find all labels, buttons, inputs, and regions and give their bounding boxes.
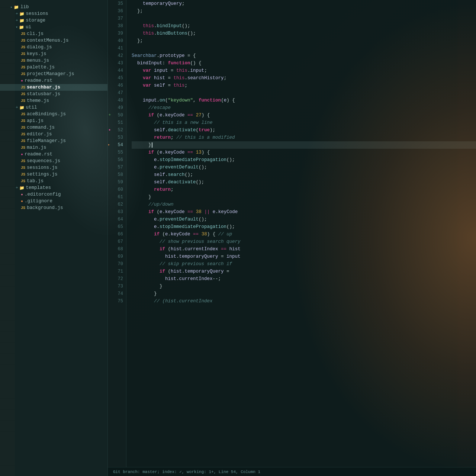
line-num-49: 49 xyxy=(108,104,123,112)
modified-dot-icon: ● xyxy=(21,79,23,83)
sidebar-item-label: ui xyxy=(26,25,31,30)
sidebar-item-palette[interactable]: JS palette.js xyxy=(0,64,107,71)
line-num-41: 41 xyxy=(108,45,123,52)
line-num-53: 53 xyxy=(108,134,123,141)
rst-file-icon: ● xyxy=(21,193,23,197)
sidebar-item-label: aceBindings.js xyxy=(27,112,66,117)
sidebar-item-background[interactable]: JS background.js xyxy=(0,205,107,211)
sidebar-item-label: theme.js xyxy=(27,98,49,103)
sidebar-item-label: editor.js xyxy=(27,132,52,137)
sidebar-item-fileManager[interactable]: JS fileManager.js xyxy=(0,138,107,144)
sidebar-item-settings[interactable]: JS settings.js xyxy=(0,171,107,178)
code-line-47 xyxy=(132,89,476,97)
js-file-icon: JS xyxy=(21,112,25,116)
sidebar-item-theme[interactable]: JS theme.js xyxy=(0,97,107,104)
line-num-51: 51 xyxy=(108,119,123,126)
line-num-61: 61 xyxy=(108,193,123,201)
line-num-45: 45 xyxy=(108,74,123,82)
sidebar-item-contextMenus[interactable]: JS contextMenus.js xyxy=(0,37,107,44)
line-num-39: 39 xyxy=(108,30,123,37)
line-num-43: 43 xyxy=(108,60,123,67)
sidebar-item-label: searchbar.js xyxy=(27,85,60,90)
sidebar-item-lib[interactable]: ▸ 📁 lib xyxy=(0,4,107,10)
code-line-39: this.bindButtons(); xyxy=(132,30,476,37)
collapse-arrow-icon: ▸ xyxy=(10,5,13,9)
sidebar-item-label: storage xyxy=(26,18,46,23)
code-line-64: e.preventDefault(); xyxy=(132,216,476,223)
status-text: Git branch: master; index: ✓, working: 1… xyxy=(113,469,260,474)
sidebar-item-main[interactable]: JS main.js xyxy=(0,144,107,151)
sidebar-item-ui[interactable]: ▾ 📁 ui xyxy=(0,24,107,30)
js-file-icon: JS xyxy=(21,99,25,103)
sidebar-item-sessions2[interactable]: JS sessions.js xyxy=(0,164,107,171)
folder-icon: 📁 xyxy=(14,5,19,10)
orange-dot-icon: ● xyxy=(21,199,23,203)
sidebar-item-label: dialog.js xyxy=(27,45,52,50)
code-line-57: e.preventDefault(); xyxy=(132,164,476,171)
js-file-icon: JS xyxy=(21,179,25,183)
code-line-72: hist.currentIndex--; xyxy=(132,275,476,283)
line-num-46: 46 xyxy=(108,82,123,89)
collapse-arrow-icon: ▾ xyxy=(16,25,18,29)
line-num-59: 59 xyxy=(108,178,123,186)
expand-icon: + xyxy=(16,186,18,190)
js-file-icon: JS xyxy=(21,146,25,150)
code-line-70: // skip previous search if xyxy=(132,260,476,268)
sidebar-item-keys[interactable]: JS keys.js xyxy=(0,51,107,57)
sidebar-item-command[interactable]: JS command.js xyxy=(0,124,107,131)
sidebar-item-sequences[interactable]: JS sequences.js xyxy=(0,158,107,164)
sidebar-item-storage[interactable]: + 📁 storage xyxy=(0,17,107,24)
sidebar-item-label: background.js xyxy=(27,205,63,210)
sidebar-item-label: keys.js xyxy=(27,51,46,57)
sidebar-item-readme-rst[interactable]: ● readme.rst xyxy=(0,77,107,84)
code-line-50: if (e.keyCode == 27) { xyxy=(132,112,476,119)
sidebar-item-util[interactable]: + 📁 util xyxy=(0,104,107,111)
sidebar-item-label: util xyxy=(26,105,37,110)
line-num-54: ▸ 54 xyxy=(108,141,123,149)
sidebar-item-api[interactable]: JS api.js xyxy=(0,118,107,124)
sidebar-item-editorconfig[interactable]: ● .editorconfig xyxy=(0,191,107,198)
sidebar-item-projectManager[interactable]: JS projectManager.js xyxy=(0,71,107,77)
line-num-62: 62 xyxy=(108,201,123,208)
sidebar-item-statusbar[interactable]: JS statusbar.js xyxy=(0,91,107,97)
code-line-40: }; xyxy=(132,37,476,45)
line-num-37: 37 xyxy=(108,15,123,22)
sidebar-item-menus[interactable]: JS menus.js xyxy=(0,57,107,64)
line-num-63: 63 xyxy=(108,208,123,216)
line-num-65: 65 xyxy=(108,223,123,231)
sidebar-item-gitignore[interactable]: ● .gitignore xyxy=(0,198,107,205)
code-line-51: // this is a new line xyxy=(132,119,476,126)
sidebar-item-cli[interactable]: JS cli.js xyxy=(0,30,107,37)
sidebar-item-label: palette.js xyxy=(27,65,55,70)
line-num-57: 57 xyxy=(108,164,123,171)
code-line-75: // (hist.currentIndex xyxy=(132,298,476,305)
js-file-icon: JS xyxy=(21,39,25,43)
status-bar: Git branch: master; index: ✓, working: 1… xyxy=(108,467,476,476)
line-num-68: 68 xyxy=(108,245,123,253)
sidebar-item-sessions[interactable]: + 📁 sessions xyxy=(0,10,107,17)
expand-icon: + xyxy=(16,18,18,23)
code-area: 35 36 37 38 39 40 41 42 43 44 45 46 47 4… xyxy=(108,0,476,476)
code-line-58: self.search(); xyxy=(132,171,476,178)
sidebar-item-label: sessions.js xyxy=(27,165,58,170)
line-num-40: 40 xyxy=(108,37,123,45)
line-num-73: 73 xyxy=(108,283,123,290)
code-line-48: input.on("keydown", function(e) { xyxy=(132,97,476,104)
sidebar-item-label: tab.js xyxy=(27,178,44,184)
expand-icon: + xyxy=(16,12,18,16)
sidebar-item-tab[interactable]: JS tab.js xyxy=(0,178,107,184)
code-line-43: bindInput: function() { xyxy=(132,60,476,67)
sidebar-item-label: command.js xyxy=(27,125,55,130)
sidebar-item-templates[interactable]: + 📁 templates xyxy=(0,184,107,191)
sidebar-item-label: readme.rst xyxy=(25,78,52,83)
line-num-44: 44 xyxy=(108,67,123,74)
sidebar-item-searchbar[interactable]: JS searchbar.js xyxy=(0,84,107,91)
js-file-icon: JS xyxy=(21,159,25,163)
sidebar-item-editor[interactable]: JS editor.js xyxy=(0,131,107,138)
sidebar-item-aceBindings[interactable]: JS aceBindings.js xyxy=(0,111,107,118)
js-file-icon: JS xyxy=(21,45,25,49)
code-body: 35 36 37 38 39 40 41 42 43 44 45 46 47 4… xyxy=(108,0,476,467)
js-file-icon: JS xyxy=(21,52,25,56)
sidebar-item-dialog[interactable]: JS dialog.js xyxy=(0,44,107,51)
sidebar-item-readme2[interactable]: ● readme.rst xyxy=(0,151,107,158)
